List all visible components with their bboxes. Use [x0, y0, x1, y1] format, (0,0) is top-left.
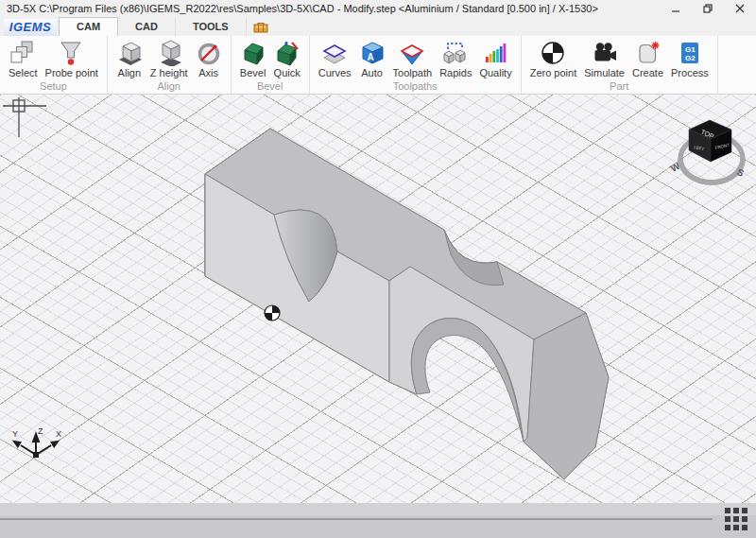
- button-label: Bevel: [240, 67, 266, 78]
- button-label: Simulate: [584, 67, 625, 78]
- rapids-button[interactable]: Rapids: [436, 39, 475, 79]
- select-icon: [9, 40, 36, 66]
- align-cube-icon: [116, 40, 143, 66]
- curves-icon: [321, 40, 348, 66]
- restore-icon: [703, 4, 713, 13]
- curves-button[interactable]: Curves: [315, 39, 355, 79]
- window-controls: [660, 0, 756, 17]
- button-label: Process: [671, 67, 709, 78]
- align-button[interactable]: Align: [112, 39, 146, 79]
- ribbon-group-part: Zero point Simulate: [522, 36, 718, 94]
- axis-icon: [196, 40, 222, 66]
- process-button[interactable]: G1 G2 Process: [667, 39, 713, 79]
- model-part[interactable]: [205, 129, 609, 479]
- nav-cube[interactable]: TOP LEFT FRONT W S: [669, 120, 747, 182]
- bevel-button[interactable]: Bevel: [236, 39, 270, 79]
- toolpath-icon: [399, 40, 425, 66]
- scene-canvas: TOP LEFT FRONT W S Y Z X: [0, 95, 756, 503]
- zero-point-button[interactable]: Zero point: [526, 39, 581, 79]
- group-label-setup: Setup: [5, 80, 102, 94]
- auto-button[interactable]: A Auto: [355, 39, 389, 79]
- button-label: Axis: [198, 67, 218, 78]
- quality-button[interactable]: Quality: [475, 39, 515, 79]
- button-label: Zero point: [530, 67, 577, 78]
- rapids-icon: [442, 40, 469, 66]
- ribbon-tab-bar: IGEMS CAM CAD TOOLS: [0, 17, 756, 36]
- nav-compass-south: S: [735, 166, 746, 179]
- ribbon-group-bevel: Bevel Quick Bevel: [232, 36, 310, 94]
- title-bar: 3D-5X C:\Program Files (x86)\IGEMS_R2022…: [0, 0, 756, 17]
- bevel-icon: [240, 40, 266, 66]
- origin-crosshair: [3, 97, 46, 137]
- button-label: Z height: [150, 67, 188, 78]
- process-icon-line2: G2: [685, 54, 696, 62]
- ribbon-toolbar: Select Probe point Setup Align: [0, 36, 756, 95]
- viewport-3d[interactable]: TOP LEFT FRONT W S Y Z X: [0, 95, 756, 503]
- quick-bevel-icon: [274, 40, 301, 66]
- group-label-bevel: Bevel: [236, 80, 304, 94]
- group-label-align: Align: [112, 80, 226, 94]
- auto-cube-icon: A: [359, 40, 386, 66]
- viewport-bottom-strip: [0, 503, 756, 515]
- create-icon: [635, 40, 662, 66]
- auto-icon-letter: A: [367, 52, 373, 62]
- tab-cam[interactable]: CAM: [59, 17, 118, 36]
- igems-logo-button[interactable]: IGEMS: [4, 19, 57, 36]
- axis-button[interactable]: Axis: [192, 39, 226, 79]
- button-label: Auto: [361, 67, 383, 78]
- minimize-button[interactable]: [660, 0, 692, 17]
- axis-y-label: Y: [12, 429, 18, 439]
- zero-point-marker: [265, 305, 280, 321]
- quality-bars-icon: [483, 40, 509, 66]
- simulate-button[interactable]: Simulate: [580, 39, 628, 79]
- z-height-button[interactable]: Z height: [146, 39, 192, 79]
- tab-tools[interactable]: TOOLS: [176, 18, 247, 36]
- tab-cad[interactable]: CAD: [118, 18, 176, 36]
- axis-triad: Y Z X: [12, 426, 61, 458]
- app-grid-button[interactable]: [725, 508, 747, 530]
- minimize-icon: [671, 4, 680, 13]
- button-label: Select: [9, 67, 38, 78]
- window-title: 3D-5X C:\Program Files (x86)\IGEMS_R2022…: [0, 3, 598, 14]
- process-icon-line1: G1: [685, 45, 696, 54]
- button-label: Rapids: [439, 67, 472, 78]
- select-button[interactable]: Select: [5, 39, 42, 79]
- zero-point-icon: [540, 40, 566, 66]
- group-label-part: Part: [526, 80, 713, 94]
- status-bar-divider: [0, 518, 713, 520]
- create-button[interactable]: Create: [628, 39, 667, 79]
- restore-button[interactable]: [692, 0, 724, 17]
- z-height-icon: [156, 40, 182, 66]
- simulate-camera-icon: [592, 40, 618, 66]
- ribbon-group-setup: Select Probe point Setup: [0, 36, 108, 94]
- button-label: Quick: [274, 67, 301, 78]
- button-label: Curves: [318, 67, 352, 78]
- button-label: Align: [118, 67, 141, 78]
- probe-point-icon: [59, 40, 85, 66]
- button-label: Probe point: [45, 67, 98, 78]
- close-icon: [735, 4, 745, 13]
- group-label-toolpaths: Toolpaths: [315, 80, 516, 94]
- process-icon: G1 G2: [677, 40, 703, 66]
- button-label: Toolpath: [393, 67, 433, 78]
- button-label: Create: [632, 67, 663, 78]
- quick-bevel-button[interactable]: Quick: [270, 39, 304, 79]
- axis-z-label: Z: [38, 426, 43, 436]
- toolbox-button[interactable]: [247, 18, 275, 36]
- probe-point-button[interactable]: Probe point: [42, 39, 102, 79]
- ribbon-group-toolpaths: Curves A Auto Toolpath: [310, 36, 522, 94]
- model-right-end-face: [524, 313, 609, 479]
- axis-x-label: X: [56, 429, 61, 439]
- button-label: Quality: [479, 67, 511, 78]
- close-button[interactable]: [724, 0, 756, 17]
- toolbox-icon: [253, 21, 268, 34]
- toolpath-button[interactable]: Toolpath: [389, 39, 437, 79]
- ribbon-group-align: Align Z height Axis Align: [108, 36, 232, 94]
